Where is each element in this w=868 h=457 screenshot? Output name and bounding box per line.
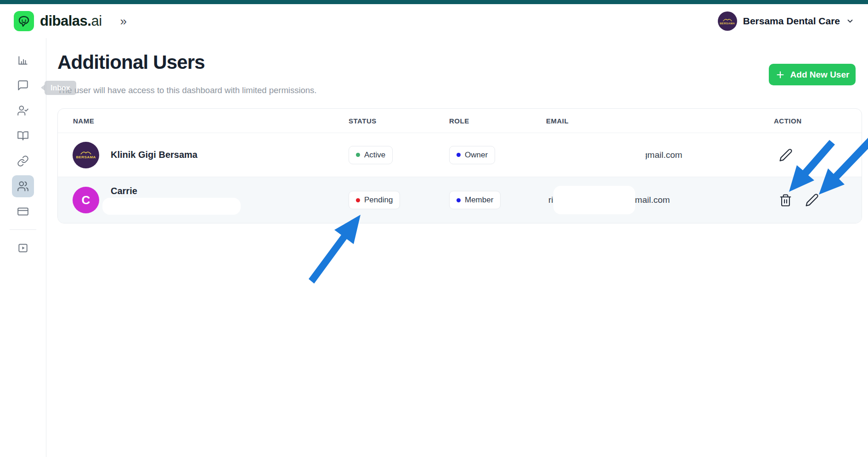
- top-accent-bar: [0, 0, 868, 4]
- users-icon: [17, 180, 29, 192]
- dibalas-logo-icon[interactable]: [14, 11, 34, 31]
- add-new-user-label: Add New User: [790, 70, 850, 80]
- role-badge: Owner: [449, 146, 495, 164]
- role-badge: Member: [449, 191, 501, 209]
- account-name: Bersama Dental Care: [743, 16, 840, 27]
- page-title: Additional Users: [57, 51, 205, 73]
- status-label: Pending: [364, 195, 393, 205]
- header: dibalas.ai » BERSAMA Bersama Dental Care: [0, 4, 868, 38]
- inbox-tooltip: Inbox: [45, 81, 76, 95]
- status-badge: Pending: [349, 191, 400, 209]
- arrow-to-pending-badge: [309, 215, 361, 284]
- avatar: C: [73, 187, 99, 213]
- book-open-icon: [17, 130, 29, 142]
- column-header-role: ROLE: [449, 117, 546, 125]
- sidebar-item-billing[interactable]: [12, 201, 34, 223]
- table-header-row: NAME STATUS ROLE EMAIL ACTION: [58, 109, 862, 133]
- sidebar-item-integrations[interactable]: [12, 150, 34, 172]
- account-avatar-label: BERSAMA: [720, 22, 735, 25]
- page-subtitle: The user will have access to this dashbo…: [57, 85, 317, 95]
- sidebar: [0, 38, 46, 457]
- account-avatar: BERSAMA: [718, 11, 737, 31]
- add-new-user-button[interactable]: Add New User: [769, 64, 856, 85]
- status-badge: Active: [349, 146, 393, 164]
- sidebar-divider: [10, 229, 36, 230]
- brand-wordmark-light: ai: [91, 13, 101, 29]
- chevron-down-icon: [846, 17, 854, 25]
- account-menu[interactable]: BERSAMA Bersama Dental Care: [718, 11, 854, 31]
- column-header-email: EMAIL: [546, 117, 774, 125]
- sidebar-item-tutorials[interactable]: [12, 237, 34, 259]
- table-row: BERSAMA Klinik Gigi Bersama Active Owner…: [58, 133, 862, 177]
- status-label: Active: [364, 150, 385, 160]
- redaction-box: [553, 186, 635, 214]
- sidebar-item-inbox[interactable]: [12, 74, 34, 96]
- trash-icon: [779, 194, 792, 207]
- column-header-status: STATUS: [349, 117, 449, 125]
- user-name: Klinik Gigi Bersama: [111, 150, 197, 160]
- user-name: Carrie: [111, 186, 137, 196]
- pending-status-dot: [356, 198, 360, 202]
- sidebar-expand-chevrons-icon[interactable]: »: [120, 15, 127, 27]
- avatar-letter: C: [82, 193, 90, 207]
- sidebar-item-analytics[interactable]: [12, 49, 34, 71]
- role-dot: [457, 198, 461, 202]
- sidebar-item-agents[interactable]: [12, 100, 34, 122]
- sidebar-item-knowledge[interactable]: [12, 125, 34, 147]
- avatar-label: BERSAMA: [76, 155, 96, 159]
- table-row: C Carrie Pending Member ri mail.com: [58, 177, 862, 223]
- redaction-box: [102, 198, 241, 215]
- user-check-icon: [17, 105, 29, 117]
- bar-chart-icon: [17, 54, 29, 66]
- email-redacted: ri mail.com: [546, 186, 774, 214]
- chat-bubble-icon: [17, 79, 29, 91]
- delete-user-button[interactable]: [779, 194, 792, 207]
- sidebar-item-users[interactable]: [12, 175, 34, 197]
- column-header-name: NAME: [58, 117, 349, 125]
- column-header-action: ACTION: [774, 117, 862, 125]
- video-play-icon: [17, 242, 29, 254]
- pencil-icon: [805, 193, 819, 207]
- users-table: NAME STATUS ROLE EMAIL ACTION BERSAMA Kl…: [57, 108, 862, 223]
- credit-card-icon: [17, 206, 29, 217]
- plus-icon: [775, 70, 785, 80]
- brand-wordmark-bold: dibalas.: [40, 13, 91, 29]
- edit-user-button[interactable]: [805, 193, 819, 207]
- avatar: BERSAMA: [73, 142, 99, 168]
- active-status-dot: [356, 153, 360, 157]
- edit-user-button[interactable]: [779, 148, 793, 162]
- pencil-icon: [779, 148, 793, 162]
- email-redacted: gmail.com: [646, 150, 682, 160]
- role-label: Owner: [465, 150, 488, 160]
- brand-wordmark[interactable]: dibalas.ai: [40, 13, 102, 29]
- role-dot: [457, 153, 461, 157]
- role-label: Member: [465, 195, 493, 205]
- link-icon: [17, 155, 29, 167]
